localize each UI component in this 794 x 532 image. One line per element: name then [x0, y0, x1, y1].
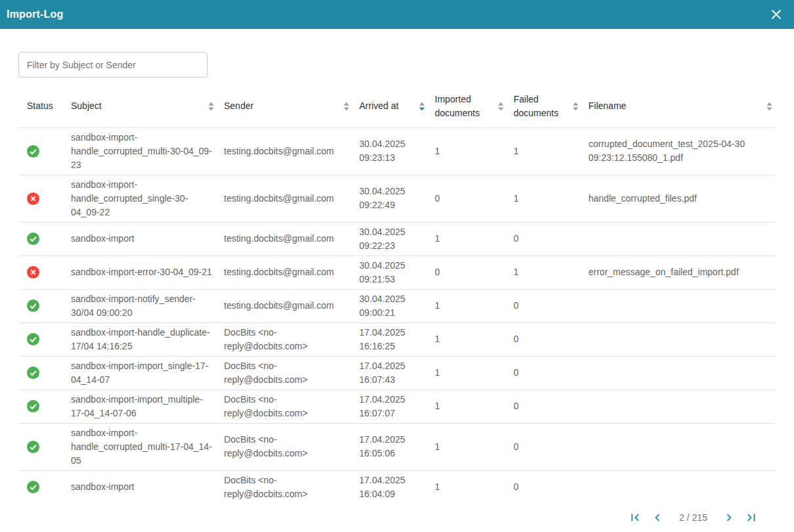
arrived-at-cell: 17.04.2025 16:16:25: [359, 322, 435, 356]
sender-cell: DocBits <no-reply@docbits.com>: [224, 470, 359, 504]
status-error-icon: [27, 192, 39, 205]
subject-cell: sandbox-import-handle_corrupted_multi-17…: [71, 423, 224, 470]
column-header-imported[interactable]: Imported documents: [435, 85, 514, 127]
column-label: Subject: [71, 99, 102, 113]
subject-cell: sandbox-import-handle_duplicate-17/04 14…: [71, 322, 224, 356]
page-indicator: 2 / 215: [679, 512, 707, 523]
imported-cell: 1: [435, 222, 514, 255]
table-row: sandbox-import-handle_corrupted_single-3…: [18, 175, 776, 222]
close-icon: [770, 9, 782, 20]
sender-cell: testing.docbits@gmail.com: [224, 222, 359, 255]
failed-cell: 0: [514, 389, 588, 423]
arrived-at-cell: 30.04.2025 09:22:49: [359, 175, 435, 222]
first-page-icon: [628, 510, 642, 525]
table-row: sandbox-import-handle_corrupted_multi-30…: [18, 127, 776, 175]
status-cell: [18, 470, 71, 504]
arrived-at-cell: 17.04.2025 16:07:07: [359, 389, 435, 423]
last-page-button[interactable]: [743, 509, 760, 526]
imported-cell: 1: [435, 389, 514, 423]
filename-cell: [588, 222, 776, 255]
filename-cell: [588, 356, 776, 389]
subject-cell: sandbox-import-notify_sender-30/04 09:00…: [71, 289, 224, 322]
status-cell: [18, 389, 71, 423]
table-header-row: StatusSubjectSenderArrived atImported do…: [18, 85, 776, 127]
table-body: sandbox-import-handle_corrupted_multi-30…: [18, 127, 776, 504]
arrived-at-cell: 30.04.2025 09:21:53: [359, 255, 435, 289]
filename-cell: [588, 322, 776, 356]
imported-cell: 1: [435, 322, 514, 356]
arrived-at-cell: 17.04.2025 16:04:09: [359, 470, 435, 504]
failed-cell: 1: [514, 127, 588, 175]
sender-cell: testing.docbits@gmail.com: [224, 289, 359, 322]
filename-cell: handle_corrupted_files.pdf: [588, 175, 776, 222]
failed-cell: 0: [514, 322, 588, 356]
failed-cell: 0: [514, 222, 588, 255]
subject-cell: sandbox-import-error-30-04_09-21: [71, 255, 224, 289]
arrived-at-cell: 30.04.2025 09:22:23: [359, 222, 435, 255]
modal-content: StatusSubjectSenderArrived atImported do…: [0, 52, 794, 526]
arrived-at-cell: 17.04.2025 16:05:06: [359, 423, 435, 470]
imported-cell: 1: [435, 127, 514, 175]
column-header-arrived_at[interactable]: Arrived at: [359, 85, 435, 127]
column-header-filename[interactable]: Filename: [588, 85, 776, 127]
arrived-at-cell: 30.04.2025 09:23:13: [359, 127, 435, 175]
status-success-icon: [27, 145, 39, 158]
column-label: Sender: [224, 99, 254, 113]
table-row: sandbox-import-import_single-17-04_14-07…: [18, 356, 776, 389]
previous-page-button[interactable]: [649, 509, 666, 526]
subject-cell: sandbox-import-import_multiple-17-04_14-…: [71, 389, 224, 423]
filename-cell: [588, 289, 776, 322]
sort-icon: [418, 101, 426, 112]
sort-icon: [208, 101, 215, 112]
status-cell: [18, 222, 71, 255]
column-label: Failed documents: [514, 93, 568, 120]
failed-cell: 0: [514, 356, 588, 389]
sender-cell: testing.docbits@gmail.com: [224, 127, 359, 175]
next-page-button[interactable]: [720, 509, 738, 526]
column-label: Imported documents: [435, 93, 493, 120]
filename-cell: error_message_on_failed_import.pdf: [588, 255, 776, 289]
filter-input[interactable]: [18, 52, 208, 78]
close-button[interactable]: [768, 6, 785, 23]
table-row: sandbox-importDocBits <no-reply@docbits.…: [18, 470, 776, 504]
status-cell: [18, 322, 71, 356]
imported-cell: 1: [435, 470, 514, 504]
failed-cell: 0: [514, 470, 588, 504]
status-success-icon: [27, 481, 39, 493]
arrived-at-cell: 17.04.2025 16:07:43: [359, 356, 435, 389]
filename-cell: corrupted_document_test_2025-04-30 09:23…: [588, 127, 776, 175]
status-success-icon: [27, 233, 39, 245]
subject-cell: sandbox-import-handle_corrupted_single-3…: [71, 175, 224, 222]
imported-cell: 0: [435, 255, 514, 289]
sender-cell: testing.docbits@gmail.com: [224, 255, 359, 289]
filename-cell: [588, 470, 776, 504]
first-page-button[interactable]: [627, 509, 644, 526]
import-log-table: StatusSubjectSenderArrived atImported do…: [18, 85, 776, 504]
status-cell: [18, 127, 71, 175]
sender-cell: testing.docbits@gmail.com: [224, 175, 359, 222]
sender-cell: DocBits <no-reply@docbits.com>: [224, 356, 359, 389]
column-header-failed[interactable]: Failed documents: [514, 85, 588, 127]
sender-cell: DocBits <no-reply@docbits.com>: [224, 423, 359, 470]
last-page-icon: [744, 510, 759, 525]
failed-cell: 0: [514, 289, 588, 322]
status-success-icon: [27, 400, 39, 412]
column-header-status: Status: [18, 85, 71, 127]
table-row: sandbox-import-error-30-04_09-21testing.…: [18, 255, 776, 289]
status-success-icon: [27, 333, 39, 345]
filename-cell: [588, 423, 776, 470]
sort-icon: [497, 101, 504, 112]
pagination: 2 / 215: [18, 509, 776, 526]
status-error-icon: [27, 266, 39, 278]
failed-cell: 1: [514, 255, 588, 289]
modal-header: Import-Log: [0, 0, 794, 29]
arrived-at-cell: 30.04.2025 09:00:21: [359, 289, 435, 322]
column-header-sender[interactable]: Sender: [224, 85, 359, 127]
column-header-subject[interactable]: Subject: [71, 85, 224, 127]
import-log-modal: Import-Log StatusSubjectSenderArrived at…: [0, 0, 794, 526]
imported-cell: 0: [435, 175, 514, 222]
subject-cell: sandbox-import-handle_corrupted_multi-30…: [71, 127, 224, 175]
status-cell: [18, 175, 71, 222]
status-cell: [18, 356, 71, 389]
table-row: sandbox-import-handle_corrupted_multi-17…: [18, 423, 776, 470]
